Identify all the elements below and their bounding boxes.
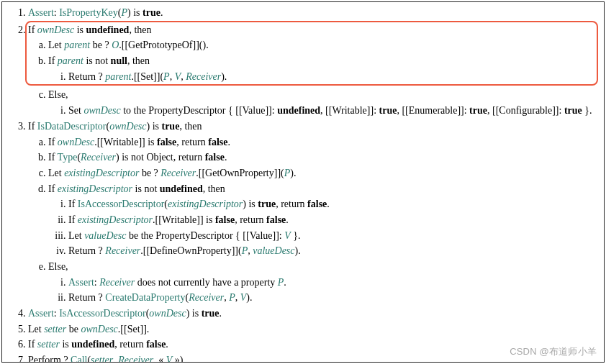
step-3e-ii: Return ? CreateDataProperty(Receiver, P,… [68, 290, 598, 306]
assert-link: Assert [28, 7, 54, 18]
step-3d-i: If IsAccessorDescriptor(existingDescript… [68, 196, 598, 212]
step-2a: Let parent be ? O.[[GetPrototypeOf]](). [48, 37, 595, 53]
step-3a: If ownDesc.[[Writable]] is false, return… [48, 135, 598, 150]
watermark: CSDN @布道师小羊 [510, 345, 597, 359]
step-4: Assert: IsAccessorDescriptor(ownDesc) is… [28, 306, 598, 322]
algorithm-content: Assert: IsPropertyKey(P) is true. If own… [2, 2, 604, 363]
algorithm-steps: Assert: IsPropertyKey(P) is true. If own… [8, 5, 598, 363]
step-3d-ii: If existingDescriptor.[[Writable]] is fa… [68, 212, 598, 228]
step-3b: If Type(Receiver) is not Object, return … [48, 150, 598, 165]
step-2: If ownDesc is undefined, then Let parent… [28, 21, 598, 119]
step-2c: Else, Set ownDesc to the PropertyDescrip… [48, 87, 598, 118]
step-3e: Else, Assert: Receiver does not currentl… [48, 259, 598, 306]
step-3c: Let existingDescriptor be ? Receiver.[[G… [48, 165, 598, 181]
step-3d-iii: Let valueDesc be the PropertyDescriptor … [68, 228, 598, 244]
ispropertykey-link: IsPropertyKey [59, 7, 118, 18]
step-2c-i: Set ownDesc to the PropertyDescriptor { … [68, 103, 598, 119]
step-3d-iv: Return ? Receiver.[[DefineOwnProperty]](… [68, 243, 598, 259]
step-1: Assert: IsPropertyKey(P) is true. [28, 5, 598, 21]
step-2b: If parent is not null, then Return ? par… [48, 53, 595, 84]
highlighted-block: If ownDesc is undefined, then Let parent… [25, 21, 598, 86]
document-border: Assert: IsPropertyKey(P) is true. If own… [1, 1, 605, 363]
step-3e-i: Assert: Receiver does not currently have… [68, 275, 598, 291]
step-2b-i: Return ? parent.[[Set]](P, V, Receiver). [68, 69, 595, 85]
step-5: Let setter be ownDesc.[[Set]]. [28, 322, 598, 337]
step-3: If IsDataDescriptor(ownDesc) is true, th… [28, 119, 598, 306]
step-3d: If existingDescriptor is not undefined, … [48, 181, 598, 259]
